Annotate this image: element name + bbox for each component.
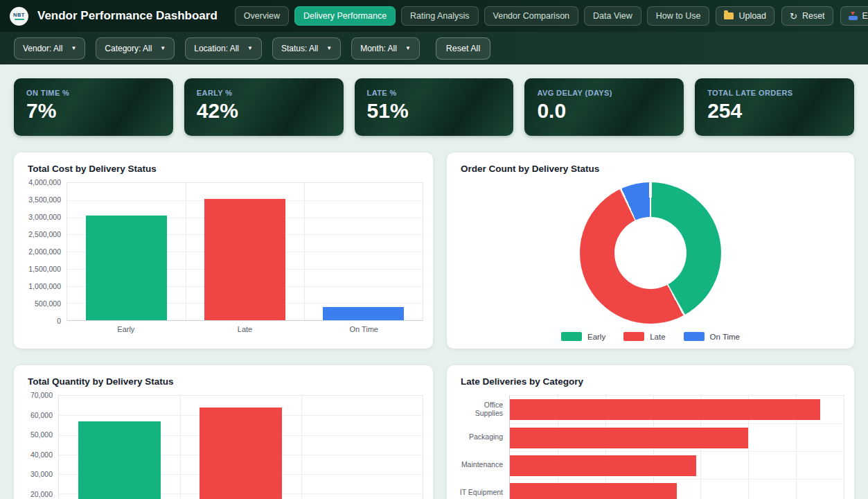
reset-icon: ↻ [790, 12, 797, 21]
bar-row [510, 479, 844, 499]
chart-card-late-by-category: Late Deliveries by Category Office Suppl… [447, 365, 854, 499]
export-tray-icon [849, 12, 858, 20]
plot-area [67, 182, 423, 321]
legend-swatch [684, 332, 705, 341]
reset-all-button[interactable]: Reset All [436, 37, 490, 60]
logo-text: NBT [13, 12, 25, 18]
kpi-total-late-orders: TOTAL LATE ORDERS 254 [695, 78, 854, 136]
chart-card-total-quantity: Total Quantity by Delivery Status 70,000… [14, 365, 433, 499]
bar-late[interactable] [200, 408, 282, 499]
y-axis: 70,00060,00050,00040,00030,00020,00010,0… [24, 395, 58, 499]
plot-area [58, 395, 423, 499]
y-tick-label: 1,000,000 [28, 282, 61, 290]
y-tick-label: 60,000 [30, 411, 53, 419]
filter-category[interactable]: Category: All ▼ [96, 37, 175, 60]
page-title: Vendor Performance Dashboard [37, 9, 218, 23]
y-tick-label: 500,000 [35, 299, 61, 308]
chevron-down-icon: ▼ [160, 45, 166, 51]
chevron-down-icon: ▼ [247, 45, 253, 51]
filter-vendor[interactable]: Vendor: All ▼ [14, 37, 85, 60]
filter-month[interactable]: Month: All ▼ [351, 37, 420, 60]
tab-overview[interactable]: Overview [235, 6, 289, 26]
filter-bar: Vendor: All ▼ Category: All ▼ Location: … [0, 32, 868, 64]
total-cost-bar-chart: 4,000,0003,500,0003,000,0002,500,0002,00… [24, 182, 423, 333]
y-category-label: IT Equipment [457, 478, 509, 499]
chevron-down-icon: ▼ [71, 45, 76, 51]
bar-early[interactable] [86, 216, 166, 320]
kpi-value: 7% [26, 99, 161, 123]
chart-title: Total Quantity by Delivery Status [28, 376, 423, 387]
chart-title: Total Cost by Delivery Status [28, 164, 423, 174]
chart-legend: EarlyLateOn Time [561, 332, 740, 341]
upload-button[interactable]: Upload [716, 6, 774, 26]
chart-title: Order Count by Delivery Status [461, 164, 844, 174]
charts-grid: Total Cost by Delivery Status 4,000,0003… [14, 152, 854, 499]
export-button[interactable]: Export [840, 6, 868, 26]
category-labels: Office SuppliesPackagingMaintenanceIT Eq… [457, 395, 509, 499]
y-tick-label: 30,000 [30, 470, 53, 478]
gridline [304, 183, 305, 320]
y-category-label: Maintenance [457, 450, 509, 478]
main-tabs: Overview Delivery Performance Rating Ana… [235, 6, 710, 26]
legend-swatch [561, 332, 582, 341]
y-tick-label: 2,500,000 [28, 230, 61, 238]
kpi-early-pct: EARLY % 42% [184, 78, 344, 136]
kpi-label: EARLY % [197, 89, 331, 97]
x-category-label: On Time [304, 325, 423, 333]
tab-data-view[interactable]: Data View [584, 6, 641, 26]
nav-actions: Upload ↻ Reset Export [716, 6, 868, 26]
total-quantity-bar-chart: 70,00060,00050,00040,00030,00020,00010,0… [24, 395, 423, 499]
y-tick-label: 2,000,000 [28, 247, 61, 256]
bar-late[interactable] [204, 199, 285, 320]
chart-title: Late Deliveries by Category [461, 376, 844, 387]
legend-item-early[interactable]: Early [561, 332, 605, 341]
late-deliveries-hbar-chart: Office SuppliesPackagingMaintenanceIT Eq… [457, 395, 844, 499]
filter-status[interactable]: Status: All ▼ [272, 37, 341, 60]
kpi-label: TOTAL LATE ORDERS [707, 89, 842, 97]
legend-item-late[interactable]: Late [623, 332, 665, 341]
y-tick-label: 20,000 [30, 490, 53, 498]
bar-row [510, 396, 844, 423]
chevron-down-icon: ▼ [405, 45, 411, 51]
bar-early[interactable] [78, 421, 161, 499]
gridline [844, 396, 844, 499]
gridline [186, 183, 186, 320]
tab-rating-analysis[interactable]: Rating Analysis [401, 6, 478, 26]
y-category-label: Office Supplies [457, 395, 509, 423]
filter-location[interactable]: Location: All ▼ [185, 37, 262, 60]
bar-row [510, 423, 844, 451]
bar-packaging[interactable] [510, 428, 748, 448]
kpi-on-time-pct: ON TIME % 7% [14, 78, 173, 136]
folder-icon [724, 12, 734, 19]
y-tick-label: 70,000 [30, 391, 53, 399]
legend-label: Late [650, 333, 665, 341]
donut-ring[interactable] [580, 182, 721, 324]
kpi-label: LATE % [367, 89, 502, 97]
kpi-value: 42% [197, 99, 331, 123]
bar-it-equipment[interactable] [510, 483, 677, 499]
y-tick-label: 40,000 [30, 450, 53, 459]
legend-swatch [623, 332, 644, 341]
reset-button[interactable]: ↻ Reset [781, 6, 833, 26]
y-tick-label: 3,500,000 [28, 195, 61, 204]
chevron-down-icon: ▼ [326, 45, 332, 51]
legend-item-on-time[interactable]: On Time [684, 332, 740, 341]
plot-area [509, 395, 844, 499]
y-tick-label: 4,000,000 [28, 178, 61, 186]
tab-how-to-use[interactable]: How to Use [647, 6, 710, 26]
kpi-value: 51% [367, 99, 502, 123]
chart-card-order-count: Order Count by Delivery Status EarlyLate… [447, 152, 854, 349]
kpi-label: AVG DELAY (DAYS) [537, 89, 671, 97]
tab-vendor-comparison[interactable]: Vendor Comparison [484, 6, 578, 26]
legend-label: On Time [710, 333, 740, 341]
order-count-donut-chart: EarlyLateOn Time [457, 182, 844, 341]
kpi-row: ON TIME % 7% EARLY % 42% LATE % 51% AVG … [14, 78, 854, 136]
bar-on-time[interactable] [323, 307, 403, 320]
dashboard-content: ON TIME % 7% EARLY % 42% LATE % 51% AVG … [0, 64, 868, 499]
company-logo: NBT [10, 7, 28, 26]
legend-label: Early [587, 333, 605, 341]
bar-office-supplies[interactable] [510, 399, 820, 420]
bar-maintenance[interactable] [510, 455, 696, 476]
tab-delivery-performance[interactable]: Delivery Performance [294, 6, 396, 26]
y-tick-label: 0 [57, 317, 61, 325]
